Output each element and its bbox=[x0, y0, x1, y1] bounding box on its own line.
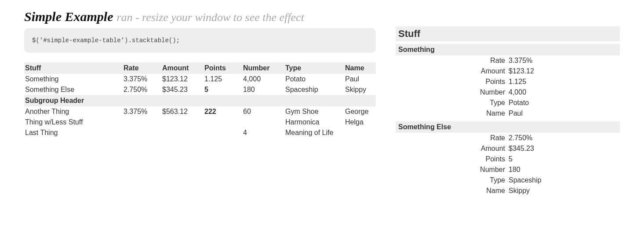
stack-key: Number bbox=[396, 164, 508, 175]
stack-row-header-cell: Something bbox=[396, 44, 620, 55]
stack-value: 2.750% bbox=[508, 133, 620, 143]
table-cell: Last Thing bbox=[24, 128, 123, 138]
table-cell: Helga bbox=[344, 117, 376, 128]
stack-big-header-cell: Stuff bbox=[396, 26, 620, 41]
stack-row-header-cell: Something Else bbox=[396, 121, 620, 133]
table-cell: Thing w/Less Stuff bbox=[24, 117, 123, 128]
stack-key: Type bbox=[396, 98, 508, 108]
col-header: Stuff bbox=[24, 62, 123, 74]
stack-pair-row: NamePaul bbox=[396, 108, 620, 119]
table-cell: 4 bbox=[242, 128, 284, 138]
table-cell: Spaceship bbox=[284, 84, 344, 95]
stacked-table: StuffSomethingRate3.375%Amount$123.12Poi… bbox=[396, 26, 620, 196]
stack-row-header: Something bbox=[396, 44, 620, 55]
stack-pair-row: TypeSpaceship bbox=[396, 175, 620, 186]
col-header: Type bbox=[284, 62, 344, 74]
section-subtitle: ran - resize your window to see the effe… bbox=[116, 11, 304, 24]
table-cell: 60 bbox=[242, 106, 284, 117]
table-cell: $345.23 bbox=[161, 84, 204, 95]
table-cell: Something bbox=[24, 74, 123, 84]
stack-pair-row: Points5 bbox=[396, 154, 620, 164]
stack-key: Name bbox=[396, 186, 508, 196]
table-cell: Skippy bbox=[344, 84, 376, 95]
stack-pair-row: Rate3.375% bbox=[396, 55, 620, 66]
stack-value: 1.125 bbox=[508, 77, 620, 87]
table-cell: Paul bbox=[344, 74, 376, 84]
table-cell: 1.125 bbox=[204, 74, 242, 84]
table-cell: Meaning of Life bbox=[284, 128, 344, 138]
stack-key: Points bbox=[396, 77, 508, 87]
stack-key: Name bbox=[396, 108, 508, 119]
table-cell: Potato bbox=[284, 74, 344, 84]
stack-pair-row: TypePotato bbox=[396, 98, 620, 108]
section-heading: Simple Example ran - resize your window … bbox=[24, 9, 376, 25]
table-cell: 4,000 bbox=[242, 74, 284, 84]
table-cell bbox=[344, 128, 376, 138]
table-cell bbox=[161, 128, 204, 138]
table-cell: 3.375% bbox=[123, 106, 161, 117]
table-cell: 180 bbox=[242, 84, 284, 95]
table-header-row: Stuff Rate Amount Points Number Type Nam… bbox=[24, 62, 376, 74]
table-row: Something Else2.750%$345.235180Spaceship… bbox=[24, 84, 376, 95]
table-cell: $563.12 bbox=[161, 106, 204, 117]
section-title: Simple Example bbox=[24, 9, 113, 24]
stack-pair-row: Amount$345.23 bbox=[396, 143, 620, 154]
stack-key: Points bbox=[396, 154, 508, 164]
stack-value: 4,000 bbox=[508, 87, 620, 98]
stack-pair-row: Number180 bbox=[396, 164, 620, 175]
table-cell bbox=[161, 117, 204, 128]
stack-value: $123.12 bbox=[508, 66, 620, 77]
col-header: Rate bbox=[123, 62, 161, 74]
table-cell: 5 bbox=[204, 84, 242, 95]
table-cell: 222 bbox=[204, 106, 242, 117]
table-row: Last Thing4Meaning of Life bbox=[24, 128, 376, 138]
stack-pair-row: Rate2.750% bbox=[396, 133, 620, 143]
table-cell bbox=[204, 117, 242, 128]
stack-key: Number bbox=[396, 87, 508, 98]
col-header: Amount bbox=[161, 62, 204, 74]
col-header: Name bbox=[344, 62, 376, 74]
table-cell: $123.12 bbox=[161, 74, 204, 84]
stack-key: Rate bbox=[396, 133, 508, 143]
table-cell: 2.750% bbox=[123, 84, 161, 95]
table-cell: 3.375% bbox=[123, 74, 161, 84]
stack-key: Type bbox=[396, 175, 508, 186]
table-cell bbox=[242, 117, 284, 128]
stack-value: Paul bbox=[508, 108, 620, 119]
stack-row-header: Something Else bbox=[396, 121, 620, 133]
table-row: Thing w/Less StuffHarmonicaHelga bbox=[24, 117, 376, 128]
stack-key: Amount bbox=[396, 143, 508, 154]
table-subgroup-header: Subgroup Header bbox=[24, 95, 376, 106]
table-cell: Something Else bbox=[24, 84, 123, 95]
stack-key: Amount bbox=[396, 66, 508, 77]
stack-value: 180 bbox=[508, 164, 620, 175]
col-header: Number bbox=[242, 62, 284, 74]
table-cell bbox=[123, 128, 161, 138]
table-cell: Another Thing bbox=[24, 106, 123, 117]
subgroup-header-cell: Subgroup Header bbox=[24, 95, 376, 106]
stack-pair-row: Number4,000 bbox=[396, 87, 620, 98]
table-row: Something3.375%$123.121.1254,000PotatoPa… bbox=[24, 74, 376, 84]
stack-key: Rate bbox=[396, 55, 508, 66]
table-cell: Harmonica bbox=[284, 117, 344, 128]
table-row: Another Thing3.375%$563.1222260Gym ShoeG… bbox=[24, 106, 376, 117]
stack-pair-row: NameSkippy bbox=[396, 186, 620, 196]
stack-value: Potato bbox=[508, 98, 620, 108]
stack-value: Skippy bbox=[508, 186, 620, 196]
col-header: Points bbox=[204, 62, 242, 74]
stack-big-header: Stuff bbox=[396, 26, 620, 41]
stack-value: 5 bbox=[508, 154, 620, 164]
table-cell bbox=[123, 117, 161, 128]
code-snippet: $('#simple-example-table').stacktable(); bbox=[24, 28, 376, 53]
table-cell: George bbox=[344, 106, 376, 117]
stack-pair-row: Points1.125 bbox=[396, 77, 620, 87]
stack-value: Spaceship bbox=[508, 175, 620, 186]
table-cell bbox=[204, 128, 242, 138]
stack-pair-row: Amount$123.12 bbox=[396, 66, 620, 77]
stack-value: 3.375% bbox=[508, 55, 620, 66]
stack-value: $345.23 bbox=[508, 143, 620, 154]
table-cell: Gym Shoe bbox=[284, 106, 344, 117]
main-table: Stuff Rate Amount Points Number Type Nam… bbox=[24, 62, 376, 138]
